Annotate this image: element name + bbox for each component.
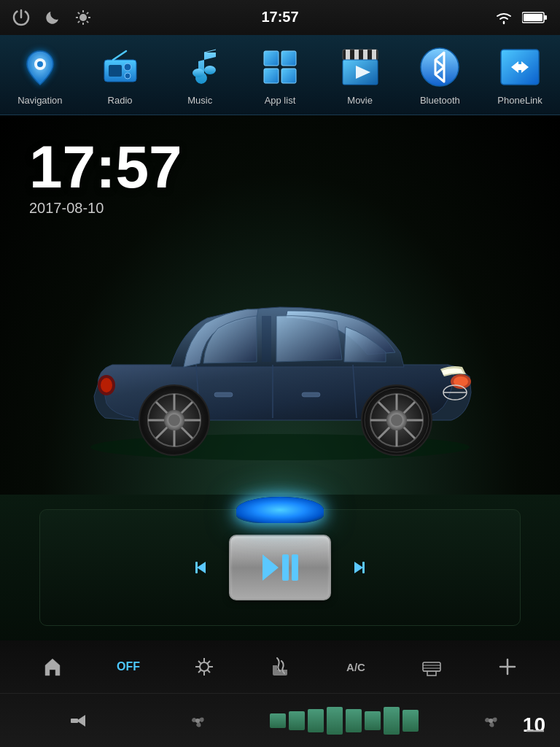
next-button[interactable] [346,556,369,579]
climate-off-button[interactable]: OFF [90,640,166,693]
svg-rect-13 [524,14,542,21]
wifi-icon [494,10,513,25]
svg-line-82 [207,670,210,673]
movie-label: Movie [347,95,373,106]
main-content: 17:57 2017-08-10 [0,115,560,495]
bar-7 [384,707,400,735]
svg-rect-28 [281,69,296,83]
sidebar-item-music[interactable]: Music [169,38,230,112]
svg-line-83 [198,670,201,673]
clock-display: 17:57 2017-08-10 [29,137,182,217]
player-lamp [236,497,324,523]
bottom-controls: OFF [0,640,560,747]
sidebar-item-navigation[interactable]: Navigation [9,38,71,112]
ac-button[interactable]: A/C [318,640,394,693]
svg-rect-27 [264,69,279,83]
status-left-icons [12,8,92,27]
svg-rect-31 [354,50,359,60]
sidebar-item-applist[interactable]: App list [249,38,311,112]
nav-menu: Navigation [0,35,560,115]
svg-marker-74 [354,562,363,573]
moon-icon[interactable] [44,9,61,26]
phonelink-icon [497,44,543,90]
svg-point-42 [101,378,112,392]
volume-bars [252,707,435,735]
svg-rect-25 [264,51,279,66]
svg-point-36 [421,48,459,86]
svg-line-7 [78,12,79,14]
sidebar-item-movie[interactable]: Movie [330,38,391,112]
status-right-icons [494,10,548,25]
applist-label: App list [265,95,296,106]
ac-label: A/C [346,661,365,673]
svg-rect-33 [372,50,376,60]
car-image [54,232,506,465]
prev-button[interactable] [191,556,214,579]
svg-point-21 [125,73,131,79]
rear-defrost-button[interactable] [394,640,470,693]
svg-rect-46 [214,392,233,397]
clock-date: 2017-08-10 [29,200,182,217]
svg-rect-73 [292,554,298,581]
bar-8 [402,710,419,732]
svg-point-94 [489,719,493,723]
svg-line-10 [87,12,88,14]
bar-2 [289,711,305,730]
sidebar-item-phonelink[interactable]: PhoneLink [489,38,551,112]
home-button[interactable] [15,640,90,693]
svg-point-56 [391,414,402,426]
svg-line-24 [204,50,216,53]
svg-rect-75 [362,562,365,573]
music-label: Music [187,95,212,106]
svg-point-19 [108,65,109,66]
svg-rect-12 [544,15,547,20]
clock-time: 17:57 [29,137,182,197]
svg-rect-70 [195,562,198,573]
svg-line-17 [113,51,126,60]
seat-heat-button[interactable] [242,640,318,693]
temp-minus-button[interactable] [525,722,545,740]
svg-rect-92 [71,719,78,723]
player-container [39,509,521,626]
svg-point-66 [168,414,180,426]
svg-line-9 [78,21,79,23]
svg-marker-71 [262,554,279,581]
play-pause-icon [258,551,302,584]
status-time: 17:57 [261,9,298,26]
control-row-1: OFF [0,640,560,694]
play-pause-button[interactable] [229,535,331,600]
svg-point-15 [37,61,43,67]
svg-marker-69 [197,562,206,573]
temp-plus-button[interactable] [470,640,545,693]
defrost-button[interactable] [166,640,242,693]
control-row-2: 10 [0,694,560,747]
battery-icon [522,11,548,24]
bar-3 [308,709,324,732]
radio-label: Radio [108,95,133,106]
svg-line-81 [198,661,201,664]
navigation-label: Navigation [18,95,62,106]
svg-rect-18 [109,65,122,77]
svg-point-2 [79,14,87,21]
status-bar: 17:57 [0,0,560,35]
svg-rect-72 [282,554,289,581]
sidebar-item-radio[interactable]: Radio [90,38,151,112]
bar-4 [327,707,343,735]
svg-point-93 [195,719,200,723]
power-icon[interactable] [12,8,31,27]
back-button[interactable] [15,694,143,747]
radio-icon [97,44,144,90]
sidebar-item-bluetooth[interactable]: Bluetooth [409,38,470,112]
off-label: OFF [117,660,140,673]
svg-rect-85 [423,662,440,671]
bluetooth-label: Bluetooth [420,95,460,106]
svg-rect-32 [363,50,368,60]
svg-line-8 [87,21,88,23]
svg-point-22 [192,69,204,77]
svg-rect-30 [346,50,350,60]
svg-rect-47 [302,392,320,397]
bluetooth-icon [416,44,463,90]
svg-line-84 [207,661,210,664]
applist-icon [257,44,303,90]
brightness-icon[interactable] [74,9,92,26]
